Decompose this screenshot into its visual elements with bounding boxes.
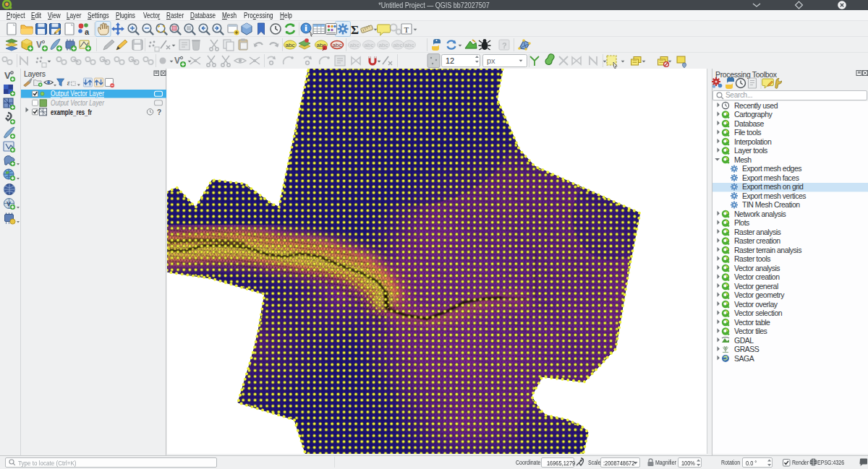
svg-text:Plots: Plots (734, 218, 749, 227)
svg-text:Output Vector Layer: Output Vector Layer (51, 89, 104, 98)
svg-text:Cartography: Cartography (734, 110, 773, 119)
svg-text:GRASS: GRASS (734, 345, 760, 353)
svg-text:Network analysis: Network analysis (734, 210, 786, 218)
svg-text:SAGA: SAGA (734, 354, 754, 363)
svg-text:Layer tools: Layer tools (734, 146, 767, 155)
svg-text:px: px (487, 56, 495, 65)
svg-text:Export mesh vertices: Export mesh vertices (742, 192, 806, 200)
svg-text:Raster analysis: Raster analysis (734, 228, 781, 236)
svg-text:TIN Mesh Creation: TIN Mesh Creation (742, 200, 800, 209)
svg-text:Recently used: Recently used (734, 101, 778, 110)
svg-text:Mesh: Mesh (734, 155, 752, 164)
svg-text:Export mesh on grid: Export mesh on grid (742, 182, 804, 191)
svg-text:Interpolation: Interpolation (734, 137, 772, 146)
svg-text:?: ? (157, 108, 161, 116)
svg-text:Vector table: Vector table (734, 318, 770, 327)
svg-text:Raster creation: Raster creation (734, 236, 780, 245)
svg-text:ε: ε (67, 79, 70, 87)
svg-text:GDAL: GDAL (734, 336, 754, 345)
svg-text:Export mesh faces: Export mesh faces (742, 173, 799, 182)
svg-text:example_res_fr: example_res_fr (51, 108, 92, 116)
svg-text:Output Vector Layer: Output Vector Layer (51, 98, 104, 107)
svg-text:File tools: File tools (734, 128, 761, 137)
svg-text:Export mesh edges: Export mesh edges (742, 164, 801, 173)
svg-text:Vector tiles: Vector tiles (734, 327, 767, 335)
svg-text:Vector selection: Vector selection (734, 309, 783, 317)
svg-text:Database: Database (734, 119, 765, 128)
svg-text:12: 12 (446, 56, 454, 65)
svg-text:Layers: Layers (24, 69, 46, 78)
svg-text:Vector analysis: Vector analysis (734, 264, 780, 272)
svg-text:Vector creation: Vector creation (734, 272, 780, 281)
svg-text:Vector general: Vector general (734, 282, 778, 291)
svg-text:Vector overlay: Vector overlay (734, 300, 778, 309)
svg-text:Raster tools: Raster tools (734, 254, 770, 263)
svg-text:Vector geometry: Vector geometry (734, 291, 785, 299)
svg-text:Raster terrain analysis: Raster terrain analysis (734, 246, 801, 254)
